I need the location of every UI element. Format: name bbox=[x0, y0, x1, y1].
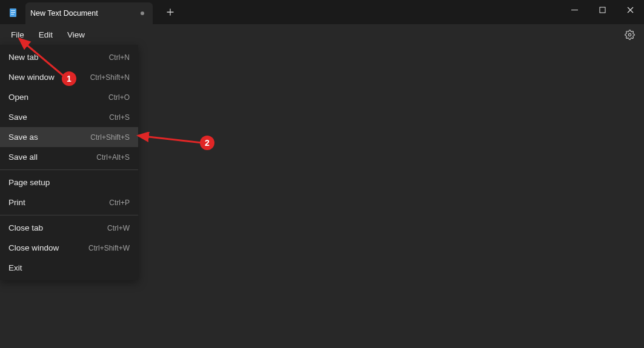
close-button[interactable] bbox=[616, 0, 644, 19]
menu-item-shortcut: Ctrl+Shift+W bbox=[88, 244, 130, 252]
notepad-app-icon bbox=[8, 8, 18, 18]
menu-item-label: Save as bbox=[8, 133, 38, 142]
tab-title: New Text Document bbox=[30, 9, 134, 18]
menubar: File Edit View bbox=[0, 24, 644, 45]
menu-print[interactable]: Print Ctrl+P bbox=[0, 192, 138, 212]
menu-item-shortcut: Ctrl+Shift+N bbox=[90, 73, 130, 82]
menu-page-setup[interactable]: Page setup bbox=[0, 172, 138, 192]
unsaved-indicator-icon bbox=[141, 11, 144, 15]
menu-item-shortcut: Ctrl+Shift+S bbox=[90, 133, 130, 142]
svg-rect-4 bbox=[600, 7, 605, 13]
menu-view[interactable]: View bbox=[60, 28, 92, 42]
callout-number: 1 bbox=[67, 74, 71, 84]
menu-save-all[interactable]: Save all Ctrl+Alt+S bbox=[0, 147, 138, 167]
menu-edit[interactable]: Edit bbox=[32, 28, 60, 42]
menu-file[interactable]: File bbox=[4, 28, 32, 42]
menu-separator bbox=[0, 169, 138, 170]
menu-item-label: Print bbox=[8, 198, 25, 207]
menu-item-label: Page setup bbox=[8, 178, 50, 187]
window-controls bbox=[560, 0, 644, 24]
menu-open[interactable]: Open Ctrl+O bbox=[0, 87, 138, 107]
callout-number: 2 bbox=[205, 138, 210, 148]
menu-item-label: Exit bbox=[8, 263, 22, 272]
svg-rect-2 bbox=[11, 12, 15, 13]
menu-item-shortcut: Ctrl+P bbox=[109, 199, 130, 207]
menu-item-label: New tab bbox=[8, 53, 39, 62]
settings-button[interactable] bbox=[622, 27, 637, 42]
menu-item-label: Close window bbox=[8, 243, 59, 252]
menu-close-tab[interactable]: Close tab Ctrl+W bbox=[0, 218, 138, 238]
menu-new-tab[interactable]: New tab Ctrl+N bbox=[0, 47, 138, 67]
menu-item-label: Save bbox=[8, 113, 27, 122]
menu-close-window[interactable]: Close window Ctrl+Shift+W bbox=[0, 238, 138, 258]
menu-item-shortcut: Ctrl+N bbox=[109, 53, 130, 62]
document-tab[interactable]: New Text Document bbox=[25, 2, 153, 24]
maximize-button[interactable] bbox=[588, 0, 616, 19]
svg-point-5 bbox=[628, 33, 631, 36]
new-tab-button[interactable] bbox=[161, 3, 179, 21]
titlebar: New Text Document bbox=[0, 0, 644, 24]
menu-item-label: Save all bbox=[8, 153, 38, 162]
menu-item-label: Close tab bbox=[8, 223, 43, 232]
annotation-callout-1: 1 bbox=[62, 71, 76, 86]
menu-separator bbox=[0, 215, 138, 215]
menu-item-shortcut: Ctrl+S bbox=[109, 113, 130, 122]
menu-item-label: New window bbox=[8, 73, 55, 82]
menu-item-label: Open bbox=[8, 93, 28, 102]
annotation-callout-2: 2 bbox=[200, 136, 214, 150]
svg-rect-1 bbox=[11, 10, 15, 11]
minimize-button[interactable] bbox=[560, 0, 588, 19]
menu-save-as[interactable]: Save as Ctrl+Shift+S bbox=[0, 127, 138, 147]
menu-item-shortcut: Ctrl+Alt+S bbox=[96, 153, 130, 162]
menu-exit[interactable]: Exit bbox=[0, 258, 138, 278]
menu-save[interactable]: Save Ctrl+S bbox=[0, 107, 138, 127]
menu-item-shortcut: Ctrl+O bbox=[108, 93, 130, 102]
svg-rect-3 bbox=[11, 14, 14, 15]
menu-item-shortcut: Ctrl+W bbox=[107, 224, 130, 232]
